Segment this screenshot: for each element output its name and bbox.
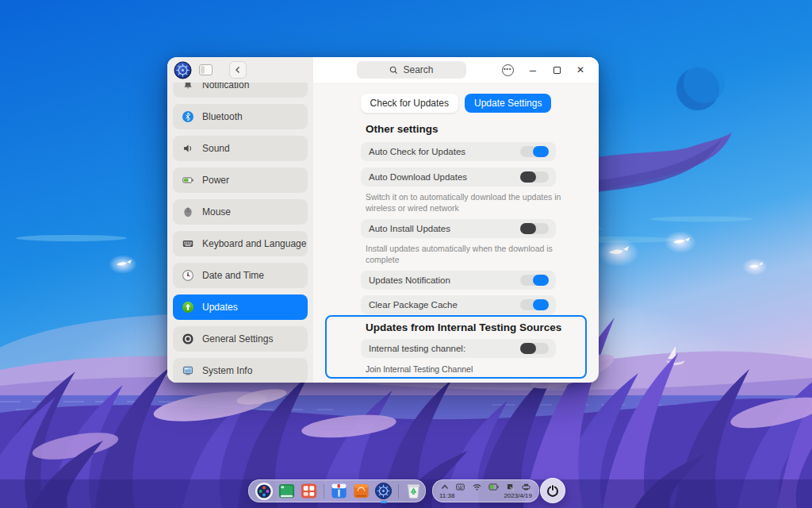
ellipsis-menu-icon: ••• (502, 64, 514, 76)
dock-control-center[interactable] (374, 482, 393, 501)
auto-download-description: Switch it on to automatically download t… (366, 191, 565, 214)
setting-label: Internal testing channel: (369, 344, 465, 353)
screen-capture-icon[interactable] (507, 483, 515, 491)
sidebar-item-sound[interactable]: Sound (173, 136, 308, 161)
dock-launcher[interactable] (255, 482, 274, 501)
dock-terminal[interactable] (278, 482, 296, 501)
keyboard-icon (182, 237, 194, 250)
sidebar-item-bluetooth[interactable]: Bluetooth (173, 104, 308, 129)
text-editor-icon (330, 482, 348, 500)
battery-icon (182, 174, 194, 187)
sidebar-item-notification[interactable]: Notification (173, 83, 308, 98)
tray-time[interactable]: 11:38 (439, 493, 454, 499)
sidebar-toggle-icon[interactable] (199, 64, 213, 75)
window-menu-button[interactable]: ••• (496, 60, 519, 79)
notification-icon (182, 83, 194, 91)
sidebar-header[interactable] (167, 57, 313, 83)
maximize-icon (553, 67, 561, 74)
chevron-left-icon (234, 66, 242, 74)
sidebar-item-label: Notification (202, 83, 249, 90)
system-info-icon (182, 364, 194, 377)
sidebar-item-label: System Info (202, 365, 252, 376)
launcher-icon (255, 482, 274, 501)
setting-label: Clear Package Cache (369, 300, 458, 310)
toggle-auto-download-updates[interactable] (520, 171, 549, 183)
setting-label: Auto Install Updates (369, 224, 450, 233)
back-button[interactable] (229, 61, 247, 79)
setting-label: Updates Notification (369, 275, 450, 285)
update-tabs: Check for Updates Update Settings (313, 94, 599, 113)
desktop: Notification Bluetooth Sound (0, 0, 812, 508)
onboard-keyboard-icon[interactable] (456, 483, 465, 491)
control-center-window: Notification Bluetooth Sound (167, 57, 599, 383)
close-icon: ✕ (576, 64, 584, 75)
sidebar-item-label: Keyboard and Language (202, 238, 306, 249)
row-auto-install-updates: Auto Install Updates (361, 219, 556, 238)
dock-app-grid[interactable] (300, 482, 318, 501)
dock-trash[interactable] (404, 482, 423, 501)
search-icon (389, 66, 398, 75)
search-input[interactable]: Search (357, 61, 466, 79)
tab-label: Check for Updates (370, 98, 449, 109)
dock-text-editor[interactable] (330, 482, 348, 501)
titlebar[interactable]: Search ••• – ✕ (313, 57, 599, 83)
app-store-icon (352, 482, 370, 500)
close-button[interactable]: ✕ (569, 60, 592, 79)
setting-label: Auto Check for Updates (369, 147, 465, 156)
mouse-icon (182, 206, 194, 218)
power-icon (545, 483, 561, 498)
toggle-internal-testing-channel[interactable] (520, 343, 549, 354)
minimize-icon: – (530, 64, 536, 76)
wifi-icon[interactable] (473, 483, 481, 491)
sidebar-item-keyboard-language[interactable]: Keyboard and Language (173, 231, 308, 256)
sidebar-item-system-info[interactable]: System Info (173, 358, 308, 383)
tab-update-settings[interactable]: Update Settings (465, 94, 551, 113)
row-updates-notification: Updates Notification (361, 271, 556, 290)
general-settings-icon (182, 333, 194, 345)
toggle-updates-notification[interactable] (520, 275, 549, 286)
sidebar-item-mouse[interactable]: Mouse (173, 199, 308, 225)
sidebar-item-label: Date and Time (202, 270, 264, 281)
updates-icon (182, 301, 194, 314)
other-settings-title: Other settings (366, 123, 439, 135)
dock-separator (398, 484, 399, 498)
updates-settings-content: Check for Updates Update Settings Other … (313, 83, 599, 383)
toggle-auto-install-updates[interactable] (520, 223, 549, 234)
row-internal-testing-channel: Internal testing channel: (361, 339, 556, 358)
toggle-clear-package-cache[interactable] (520, 299, 549, 310)
sidebar-item-label: Power (202, 175, 229, 186)
control-center-app-icon (174, 61, 192, 79)
sidebar-item-general-settings[interactable]: General Settings (173, 326, 308, 352)
sidebar-item-power[interactable]: Power (173, 167, 308, 193)
row-auto-check-updates: Auto Check for Updates (361, 142, 556, 161)
bluetooth-icon (182, 110, 194, 123)
printer-icon[interactable] (522, 483, 530, 491)
maximize-button[interactable] (545, 60, 569, 79)
main-pane: Search ••• – ✕ Check for Updates Update … (313, 57, 599, 383)
shutdown-button[interactable] (540, 478, 565, 503)
minimize-button[interactable]: – (521, 60, 545, 79)
tab-check-for-updates[interactable]: Check for Updates (361, 94, 458, 113)
join-testing-channel-link[interactable]: Join Internal Testing Channel (366, 364, 473, 374)
tray-date[interactable]: 2023/4/19 (504, 493, 532, 499)
row-auto-download-updates: Auto Download Updates (361, 167, 556, 187)
system-tray: 11:38 2023/4/19 (432, 479, 539, 502)
testing-sources-title: Updates from Internal Testing Sources (366, 321, 561, 333)
dock-app-store[interactable] (352, 482, 370, 501)
auto-install-description: Install updates automatically when the d… (366, 243, 565, 266)
sidebar-item-date-time[interactable]: Date and Time (173, 263, 308, 288)
toggle-auto-check-updates[interactable] (520, 146, 549, 157)
running-indicator (381, 501, 387, 503)
tray-expand-icon[interactable] (441, 483, 449, 491)
terminal-icon (278, 482, 296, 500)
sidebar: Notification Bluetooth Sound (167, 57, 313, 383)
sidebar-item-label: Sound (202, 143, 230, 154)
dock-separator (324, 484, 324, 498)
sidebar-item-updates[interactable]: Updates (173, 294, 308, 320)
control-center-icon (374, 482, 393, 500)
sound-icon (182, 142, 194, 155)
row-clear-package-cache: Clear Package Cache (361, 295, 556, 314)
clock-icon (182, 269, 194, 282)
sidebar-item-label: Updates (202, 302, 238, 313)
battery-icon[interactable] (488, 483, 499, 491)
